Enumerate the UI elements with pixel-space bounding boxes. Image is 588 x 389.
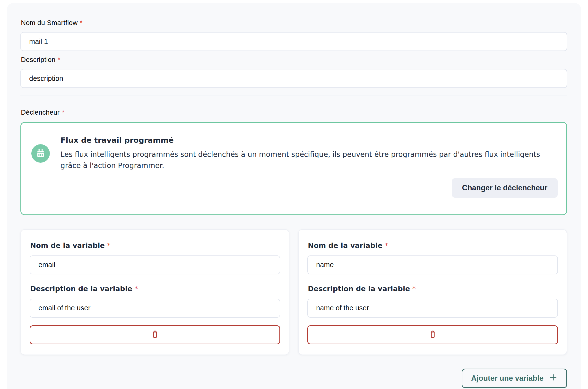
smartflow-description-label-text: Description — [21, 56, 55, 63]
variable-description-input[interactable] — [307, 299, 558, 318]
trash-icon — [429, 330, 437, 339]
smartflow-name-label-text: Nom du Smartflow — [21, 19, 78, 27]
plus-icon — [549, 373, 558, 384]
variable-description-input[interactable] — [30, 299, 280, 318]
variable-card: Nom de la variable* Description de la va… — [20, 229, 289, 355]
smartflow-form-panel: Nom du Smartflow* Description* Déclenche… — [7, 3, 581, 389]
variable-description-label: Description de la variable* — [30, 285, 280, 293]
variable-description-label: Description de la variable* — [308, 285, 558, 293]
variable-name-label-text: Nom de la variable — [308, 241, 382, 250]
required-asterisk: * — [107, 241, 110, 250]
calendar-icon — [36, 148, 45, 159]
footer-row: Ajouter une variable — [20, 369, 567, 388]
trigger-icon-circle — [31, 144, 50, 163]
add-variable-button[interactable]: Ajouter une variable — [462, 369, 567, 388]
variable-name-input[interactable] — [307, 256, 558, 274]
variable-name-label: Nom de la variable* — [30, 241, 280, 250]
variable-description-label-text: Description de la variable — [308, 285, 410, 293]
variable-name-label: Nom de la variable* — [308, 241, 558, 250]
required-asterisk: * — [412, 285, 416, 293]
variable-description-label-text: Description de la variable — [30, 285, 132, 293]
required-asterisk: * — [80, 19, 83, 27]
variable-name-input[interactable] — [30, 256, 280, 274]
smartflow-description-label: Description* — [21, 56, 567, 64]
change-trigger-button[interactable]: Changer le déclencheur — [452, 178, 558, 198]
variable-card: Nom de la variable* Description de la va… — [298, 229, 567, 355]
required-asterisk: * — [134, 285, 138, 293]
trigger-title: Flux de travail programmé — [61, 136, 558, 144]
trash-icon — [151, 330, 159, 339]
required-asterisk: * — [385, 241, 388, 250]
trigger-card-footer: Changer le déclencheur — [31, 178, 558, 198]
trigger-card-body: Flux de travail programmé Les flux intel… — [31, 136, 558, 171]
trigger-section-label: Déclencheur* — [21, 109, 567, 116]
variables-row: Nom de la variable* Description de la va… — [20, 229, 567, 355]
delete-variable-button[interactable] — [307, 325, 558, 344]
add-variable-button-label: Ajouter une variable — [471, 374, 544, 383]
trigger-description: Les flux intelligents programmés sont dé… — [61, 149, 558, 171]
variable-name-label-text: Nom de la variable — [30, 241, 105, 250]
trigger-card: Flux de travail programmé Les flux intel… — [20, 122, 567, 215]
required-asterisk: * — [58, 56, 60, 63]
smartflow-description-input[interactable] — [20, 69, 567, 88]
smartflow-name-label: Nom du Smartflow* — [21, 19, 567, 27]
trigger-text-block: Flux de travail programmé Les flux intel… — [61, 136, 558, 171]
delete-variable-button[interactable] — [30, 325, 280, 344]
smartflow-name-input[interactable] — [20, 32, 567, 51]
required-asterisk: * — [62, 109, 64, 116]
section-divider — [20, 95, 567, 96]
trigger-section-label-text: Déclencheur — [21, 109, 60, 116]
